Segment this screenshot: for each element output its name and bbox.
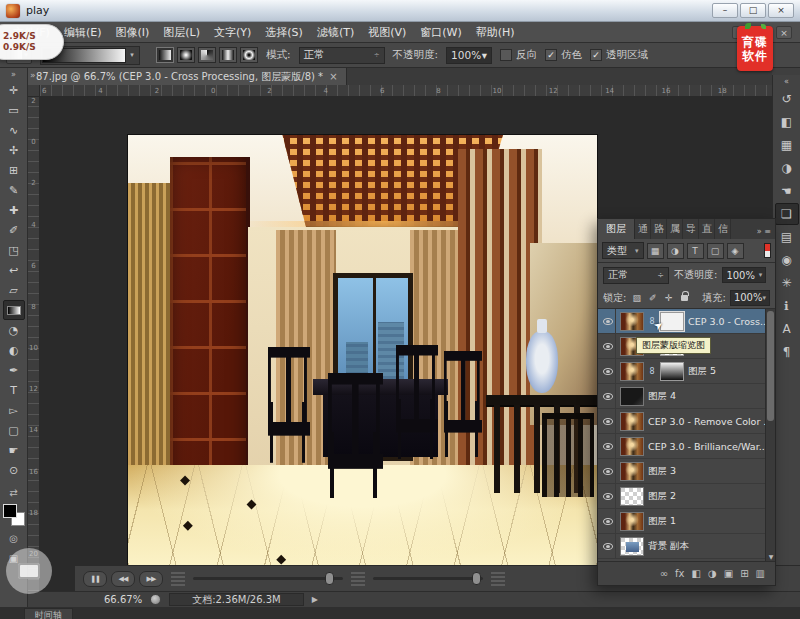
- eye-icon[interactable]: [603, 418, 613, 425]
- layer-row[interactable]: 图层 3: [598, 459, 775, 484]
- blur-tool[interactable]: ◔: [3, 320, 25, 340]
- zoom-level[interactable]: 66.67%: [104, 594, 142, 605]
- pen-tool[interactable]: ✒: [3, 360, 25, 380]
- lock-pixels-icon[interactable]: ✐: [646, 291, 659, 304]
- brush-tool[interactable]: ✐: [3, 220, 25, 240]
- tab-truncated-0[interactable]: 通: [635, 219, 651, 239]
- adjustment-layer-button[interactable]: ◑: [708, 568, 717, 579]
- paragraph-panel-icon[interactable]: ¶: [775, 341, 799, 363]
- toolbar-collapse-icon[interactable]: »: [11, 70, 16, 80]
- layer-thumbnail[interactable]: [620, 462, 644, 481]
- path-selection-tool[interactable]: ▻: [3, 400, 25, 420]
- menu-4[interactable]: 文字(Y): [207, 23, 258, 42]
- layers-panel-icon[interactable]: ❏: [775, 203, 799, 225]
- fill-input[interactable]: 100% ▾: [730, 290, 770, 306]
- next-frame-button[interactable]: ▶▶: [139, 571, 163, 587]
- document-tab[interactable]: 87.jpg @ 66.7% (CEP 3.0 - Cross Processi…: [28, 68, 347, 85]
- visibility-cell[interactable]: [600, 384, 616, 408]
- tab-truncated-4[interactable]: 直: [699, 219, 715, 239]
- layer-thumbnail[interactable]: [620, 412, 644, 431]
- layer-name[interactable]: 图层 1: [648, 515, 676, 528]
- tab-timeline[interactable]: 时间轴: [24, 608, 73, 619]
- eye-icon[interactable]: [603, 343, 613, 350]
- layer-row[interactable]: 图层 4: [598, 384, 775, 409]
- 3d-panel-icon[interactable]: ✳: [775, 272, 799, 294]
- layer-style-button[interactable]: fx: [675, 568, 684, 579]
- menu-2[interactable]: 图像(I): [108, 23, 156, 42]
- visibility-cell[interactable]: [600, 359, 616, 383]
- layer-name[interactable]: 图层 4: [648, 390, 676, 403]
- eye-icon[interactable]: [603, 393, 613, 400]
- layer-row[interactable]: 背景 副本: [598, 534, 775, 559]
- filter-shape-layers-icon[interactable]: ▢: [707, 243, 724, 259]
- eye-icon[interactable]: [603, 468, 613, 475]
- visibility-cell[interactable]: [600, 459, 616, 483]
- tab-truncated-5[interactable]: 信: [715, 219, 731, 239]
- doc-close-button[interactable]: ×: [776, 26, 792, 39]
- visibility-cell[interactable]: [600, 534, 616, 558]
- layer-thumbnail[interactable]: [620, 387, 644, 406]
- layer-blend-mode-select[interactable]: 正常 ÷: [603, 267, 669, 284]
- reverse-checkbox[interactable]: 反向: [500, 48, 537, 62]
- dock-collapse-icon[interactable]: «: [784, 77, 789, 87]
- visibility-cell[interactable]: [600, 509, 616, 533]
- layer-row[interactable]: 图层 1: [598, 509, 775, 534]
- zoom-tool[interactable]: ⊙: [3, 460, 25, 480]
- slider-thumb[interactable]: [472, 572, 481, 585]
- clone-stamp-tool[interactable]: ◳: [3, 240, 25, 260]
- channels-panel-icon[interactable]: ▤: [775, 226, 799, 248]
- link-layers-button[interactable]: ∞: [660, 568, 668, 579]
- opacity-input[interactable]: 100% ▾: [446, 47, 492, 64]
- swatches-panel-icon[interactable]: ▦: [775, 134, 799, 156]
- linear-gradient-button[interactable]: [156, 47, 174, 63]
- marquee-tool[interactable]: ▭: [3, 100, 25, 120]
- eye-icon[interactable]: [603, 318, 613, 325]
- visibility-cell[interactable]: [600, 409, 616, 433]
- layer-opacity-input[interactable]: 100% ▾: [722, 267, 766, 283]
- eye-icon[interactable]: [603, 368, 613, 375]
- panel-menu-icon[interactable]: » ≡: [757, 227, 775, 239]
- menu-1[interactable]: 编辑(E): [57, 23, 109, 42]
- color-panel-icon[interactable]: ◧: [775, 111, 799, 133]
- lock-transparency-icon[interactable]: ▨: [630, 291, 643, 304]
- angle-gradient-button[interactable]: [198, 47, 216, 63]
- maximize-button[interactable]: □: [740, 3, 766, 18]
- reflected-gradient-button[interactable]: [219, 47, 237, 63]
- shape-tool[interactable]: ▢: [3, 420, 25, 440]
- tab-close-icon[interactable]: ×: [329, 71, 337, 82]
- paths-panel-icon[interactable]: ◉: [775, 249, 799, 271]
- tab-layers[interactable]: 图层: [598, 219, 635, 239]
- filter-type-select[interactable]: 类型 ▾: [602, 242, 644, 259]
- scroll-down-icon[interactable]: ▼: [766, 553, 775, 560]
- layer-row[interactable]: 8CEP 3.0 - Cross...: [598, 309, 775, 334]
- layer-row[interactable]: CEP 3.0 - Remove Color ...: [598, 409, 775, 434]
- menu-3[interactable]: 图层(L): [156, 23, 207, 42]
- new-layer-button[interactable]: ⊞: [740, 568, 748, 579]
- layers-scrollbar[interactable]: ▼: [765, 309, 775, 561]
- eye-icon[interactable]: [603, 543, 613, 550]
- eye-icon[interactable]: [603, 518, 613, 525]
- layer-thumbnail[interactable]: [620, 437, 644, 456]
- filter-pixel-layers-icon[interactable]: ▦: [647, 243, 664, 259]
- layer-row[interactable]: CEP 3.0 - Brilliance/War...: [598, 434, 775, 459]
- eye-icon[interactable]: [603, 493, 613, 500]
- history-brush-tool[interactable]: ↩: [3, 260, 25, 280]
- recorder-overlay[interactable]: [6, 548, 52, 594]
- panel-collapse-icon[interactable]: »: [30, 70, 36, 80]
- magic-wand-tool[interactable]: ✢: [3, 140, 25, 160]
- layer-name[interactable]: 背景 副本: [648, 540, 689, 553]
- layer-name[interactable]: 图层 2: [648, 490, 676, 503]
- timeline-slider-2[interactable]: [373, 577, 483, 580]
- eraser-tool[interactable]: ▱: [3, 280, 25, 300]
- info-panel-icon[interactable]: ℹ: [775, 295, 799, 317]
- layer-name[interactable]: 图层 5: [688, 365, 716, 378]
- radial-gradient-button[interactable]: [177, 47, 195, 63]
- timeline-slider[interactable]: [193, 577, 343, 580]
- foreground-color[interactable]: [3, 504, 17, 518]
- tab-truncated-2[interactable]: 属: [667, 219, 683, 239]
- layer-thumbnail[interactable]: [620, 362, 644, 381]
- close-button[interactable]: ×: [768, 3, 794, 18]
- menu-5[interactable]: 选择(S): [258, 23, 310, 42]
- diamond-gradient-button[interactable]: [240, 47, 258, 63]
- visibility-cell[interactable]: [600, 334, 616, 358]
